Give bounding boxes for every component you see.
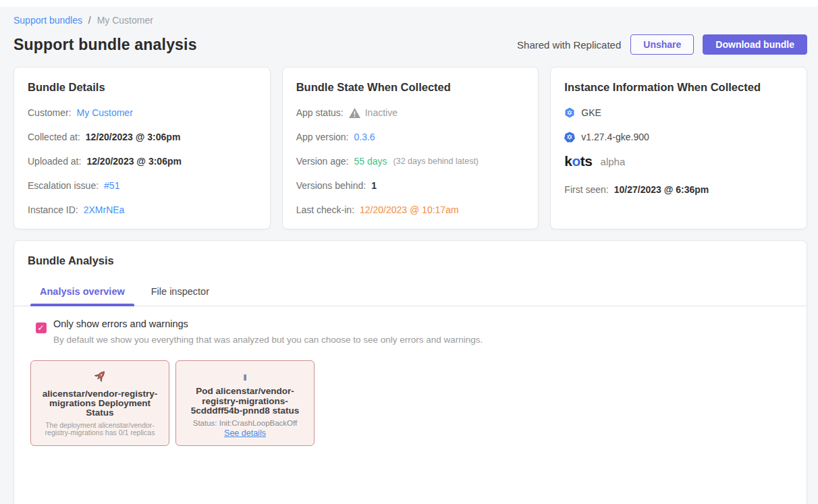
unshare-button[interactable]: Unshare — [630, 34, 694, 55]
gke-icon — [564, 107, 575, 118]
bundle-state-card: Bundle State When Collected App status: … — [282, 67, 539, 229]
pod-icon — [244, 368, 246, 382]
issue-title: Pod alicenstar/vendor-registry-migration… — [186, 387, 304, 416]
app-status-value: Inactive — [365, 107, 398, 118]
kots-channel: alpha — [601, 156, 626, 167]
instance-id-label: Instance ID: — [28, 204, 78, 215]
versions-behind-value: 1 — [371, 180, 377, 191]
tab-file-inspector[interactable]: File inspector — [142, 286, 219, 306]
app-status-row: App status: Inactive — [296, 107, 525, 118]
customer-link[interactable]: My Customer — [77, 107, 133, 118]
last-checkin-label: Last check-in: — [296, 204, 354, 215]
version-age-note: (32 days behind latest) — [393, 157, 479, 166]
instance-id-row: Instance ID: 2XMrNEa — [28, 204, 256, 215]
escalation-issue-row: Escalation issue: #51 — [28, 180, 256, 191]
breadcrumb-current: My Customer — [97, 15, 153, 26]
versions-behind-row: Versions behind: 1 — [296, 180, 525, 191]
rocket-icon — [92, 368, 107, 385]
app-version-link[interactable]: 0.3.6 — [354, 132, 375, 142]
warning-triangle-icon — [349, 108, 360, 118]
bundle-details-title: Bundle Details — [28, 81, 256, 94]
escalation-issue-label: Escalation issue: — [28, 180, 99, 191]
first-seen-label: First seen: — [564, 184, 608, 195]
version-age-row: Version age: 55 days (32 days behind lat… — [296, 156, 525, 167]
see-details-link[interactable]: See details — [224, 428, 266, 438]
version-age-label: Version age: — [296, 156, 349, 167]
instance-id-link[interactable]: 2XMrNEa — [84, 204, 125, 215]
collected-at-value: 12/20/2023 @ 3:06pm — [86, 132, 181, 142]
last-checkin-row: Last check-in: 12/20/2023 @ 10:17am — [296, 204, 525, 215]
page: Support bundles / My Customer Support bu… — [0, 7, 818, 504]
download-bundle-button[interactable]: Download bundle — [703, 34, 807, 55]
instance-info-title: Instance Information When Collected — [564, 81, 793, 94]
bundle-details-card: Bundle Details Customer: My Customer Col… — [13, 67, 271, 229]
only-errors-checkbox[interactable] — [36, 323, 47, 333]
distribution-row: GKE — [564, 107, 793, 118]
distribution-value: GKE — [581, 107, 601, 118]
collected-at-label: Collected at: — [28, 132, 80, 142]
version-age-value: 55 days — [354, 156, 387, 167]
instance-info-card: Instance Information When Collected GKE … — [550, 67, 807, 229]
only-errors-description: By default we show you everything that w… — [53, 335, 483, 345]
app-status-label: App status: — [296, 107, 344, 118]
app-version-label: App version: — [296, 132, 349, 142]
page-title: Support bundle analysis — [13, 36, 197, 54]
analysis-body: Only show errors and warnings By default… — [14, 318, 807, 446]
kots-row: kots alpha — [564, 153, 793, 169]
first-seen-row: First seen: 10/27/2023 @ 6:36pm — [564, 184, 793, 195]
escalation-issue-link[interactable]: #51 — [104, 180, 119, 191]
collected-at-row: Collected at: 12/20/2023 @ 3:06pm — [28, 132, 256, 142]
issue-cards: alicenstar/vendor-registry-migrations De… — [30, 360, 790, 446]
filter-row: Only show errors and warnings By default… — [30, 318, 790, 345]
issue-card-pod-status[interactable]: Pod alicenstar/vendor-registry-migration… — [175, 360, 315, 446]
page-header: Support bundle analysis Shared with Repl… — [13, 34, 807, 55]
app-version-row: App version: 0.3.6 — [296, 132, 525, 142]
issue-message: The deployment alicenstar/vendor-registr… — [41, 422, 159, 437]
breadcrumb-separator: / — [88, 15, 91, 26]
k8s-version-row: v1.27.4-gke.900 — [564, 132, 793, 142]
shared-status-text: Shared with Replicated — [517, 39, 621, 51]
issue-message: Status: Init:CrashLoopBackOff — [193, 419, 297, 427]
customer-label: Customer: — [28, 107, 72, 118]
breadcrumb: Support bundles / My Customer — [13, 7, 807, 26]
customer-row: Customer: My Customer — [28, 107, 256, 118]
issue-title: alicenstar/vendor-registry-migrations De… — [41, 389, 159, 418]
k8s-version-value: v1.27.4-gke.900 — [581, 132, 649, 142]
info-cards-row: Bundle Details Customer: My Customer Col… — [13, 67, 807, 229]
versions-behind-label: Versions behind: — [296, 180, 366, 191]
kots-logo: kots — [564, 153, 592, 169]
kubernetes-icon — [564, 132, 575, 142]
bundle-analysis-card: Bundle Analysis Analysis overview File i… — [13, 240, 807, 504]
breadcrumb-link-support-bundles[interactable]: Support bundles — [13, 15, 82, 26]
issue-card-deployment-status[interactable]: alicenstar/vendor-registry-migrations De… — [30, 360, 169, 446]
uploaded-at-label: Uploaded at: — [28, 156, 81, 167]
header-actions: Shared with Replicated Unshare Download … — [517, 34, 807, 55]
uploaded-at-value: 12/20/2023 @ 3:06pm — [86, 156, 182, 167]
first-seen-value: 10/27/2023 @ 6:36pm — [614, 184, 709, 195]
bundle-analysis-title: Bundle Analysis — [14, 254, 807, 267]
bundle-state-title: Bundle State When Collected — [296, 81, 525, 94]
only-errors-label[interactable]: Only show errors and warnings — [53, 318, 483, 329]
uploaded-at-row: Uploaded at: 12/20/2023 @ 3:06pm — [28, 156, 256, 167]
analysis-tabs: Analysis overview File inspector — [14, 286, 807, 306]
last-checkin-value: 12/20/2023 @ 10:17am — [360, 204, 459, 215]
tab-analysis-overview[interactable]: Analysis overview — [30, 286, 134, 306]
